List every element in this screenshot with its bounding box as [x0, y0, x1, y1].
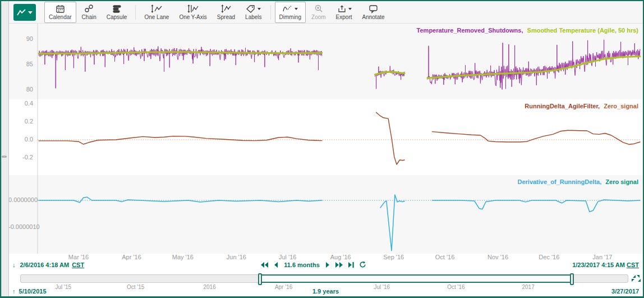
- calendar-icon: [55, 4, 66, 13]
- timeline-duration: 1.9 years: [8, 288, 643, 295]
- collapse-handle-icon[interactable]: «»: [2, 154, 6, 159]
- timeline-bounds-row: ↑ 5/10/2015 1.9 years 3/27/2017: [8, 288, 643, 296]
- capsule-icon: [112, 4, 122, 13]
- legend-item[interactable]: Zero_signal: [604, 103, 638, 109]
- export-icon: [337, 4, 347, 13]
- one-lane-icon: [150, 4, 163, 13]
- range-duration-label[interactable]: 11.6 months: [284, 262, 320, 268]
- trend-view-button[interactable]: [13, 4, 36, 21]
- legend-item[interactable]: Temperature_Removed_Shutdowns,: [417, 27, 523, 34]
- legend-item[interactable]: Derivative_of_RunningDelta,: [517, 178, 601, 185]
- x-axis-label: Nov '16: [479, 254, 518, 260]
- y-axis-label: -0.2: [8, 154, 33, 161]
- zoom-magnifier-icon: [314, 4, 324, 13]
- toolbar-button-capsule[interactable]: Capsule: [102, 2, 132, 23]
- toolbar-divider: [270, 5, 271, 20]
- timeline-handle-right[interactable]: [570, 273, 574, 285]
- x-axis-label: Jan '17: [583, 254, 622, 260]
- caret-down-icon: [348, 8, 352, 10]
- labels-tag-icon: [246, 4, 256, 13]
- step-back-fast-button[interactable]: [260, 262, 269, 268]
- left-splitter[interactable]: «»: [1, 1, 9, 296]
- trend-chart-canvas[interactable]: [8, 24, 643, 254]
- caret-down-icon: [295, 8, 298, 10]
- x-axis-label: May '16: [163, 254, 203, 260]
- range-end-date[interactable]: 1/23/2017 4:15 AM: [572, 262, 625, 268]
- x-axis-label: Mar '16: [59, 254, 98, 260]
- annotate-bubble-icon: [368, 4, 379, 13]
- y-axis-label: 0.4: [8, 100, 33, 107]
- toolbar-button-one-y-axis[interactable]: One Y-Axis: [174, 2, 211, 23]
- step-forward-button[interactable]: [325, 262, 330, 268]
- toolbar-button-one-lane[interactable]: One Lane: [140, 2, 173, 23]
- y-axis-label: 80: [8, 86, 33, 93]
- toolbar-button-annotate[interactable]: Annotate: [358, 2, 389, 23]
- toolbar-button-spread[interactable]: Spread: [213, 2, 240, 23]
- x-axis-label: Jul '16: [268, 254, 307, 260]
- step-to-end-button[interactable]: [348, 262, 355, 268]
- toolbar-button-labels[interactable]: Labels: [241, 2, 266, 23]
- x-axis-label: Sep '16: [374, 254, 413, 260]
- y-axis-label: 0.0: [8, 136, 33, 143]
- range-nav-row: ↓ 2/6/2016 4:18 AM CST 11.6 months: [8, 261, 643, 271]
- y-axis-label: 90: [8, 35, 33, 42]
- x-axis-label: Aug '16: [321, 254, 360, 260]
- range-end-timezone[interactable]: CST: [627, 262, 639, 268]
- lane3-legend: Derivative_of_RunningDelta, Zero signal: [517, 178, 638, 185]
- y-axis-label: 85: [8, 61, 33, 67]
- chain-icon: [84, 4, 94, 13]
- step-back-button[interactable]: [273, 262, 278, 268]
- expand-range-icon[interactable]: [631, 274, 641, 282]
- y-axis-label: 0.0000000: [8, 196, 33, 203]
- step-forward-fast-button[interactable]: [335, 262, 343, 268]
- lane1-legend: Temperature_Removed_Shutdowns, Smoothed …: [417, 27, 638, 34]
- toolbar-button-chain[interactable]: Chain: [77, 2, 101, 23]
- legend-item[interactable]: RunningDelta_AgileFilter,: [525, 103, 600, 109]
- lane2-legend: RunningDelta_AgileFilter, Zero_signal: [525, 103, 638, 109]
- toolbar: Calendar Chain Capsule: [8, 1, 643, 24]
- x-axis-label: Apr '16: [112, 254, 151, 260]
- timeline-selection[interactable]: [260, 274, 572, 283]
- main-content: Calendar Chain Capsule: [8, 1, 643, 296]
- caret-down-icon: [257, 8, 261, 10]
- one-y-axis-icon: [187, 4, 199, 13]
- x-axis-label: Dec '16: [530, 254, 569, 260]
- timeline-end-date: 3/27/2017: [611, 288, 639, 295]
- y-axis-label: 0.2: [8, 118, 33, 125]
- range-step-controls: 11.6 months: [0, 261, 631, 268]
- x-axis-label: Jun '16: [217, 254, 256, 260]
- auto-update-refresh-button[interactable]: [359, 261, 366, 268]
- toolbar-button-calendar[interactable]: Calendar: [44, 2, 76, 23]
- toolbar-divider: [135, 5, 136, 20]
- dimming-icon: [282, 4, 293, 13]
- timeline-track[interactable]: [20, 274, 628, 283]
- toolbar-button-export[interactable]: Export: [332, 2, 357, 23]
- toolbar-button-zoom: Zoom: [307, 2, 330, 23]
- seeq-trend-window: «» Calendar: [0, 0, 644, 298]
- trend-chart-icon: [16, 8, 33, 17]
- x-axis: Mar '16Apr '16May '16Jun '16Jul '16Aug '…: [8, 254, 643, 262]
- spread-icon: [220, 4, 232, 13]
- chart-area[interactable]: Temperature_Removed_Shutdowns, Smoothed …: [8, 24, 643, 254]
- legend-item[interactable]: Smoothed Temperature (Agile, 50 hrs): [527, 27, 638, 34]
- y-axis-label: -0.0000010: [8, 223, 33, 230]
- legend-item[interactable]: Zero signal: [605, 178, 638, 185]
- toolbar-button-dimming[interactable]: Dimming: [275, 2, 306, 23]
- range-end-link[interactable]: 1/23/2017 4:15 AM CST: [572, 262, 639, 268]
- timeline-handle-left[interactable]: [258, 273, 262, 285]
- x-axis-label: Oct '16: [425, 254, 464, 260]
